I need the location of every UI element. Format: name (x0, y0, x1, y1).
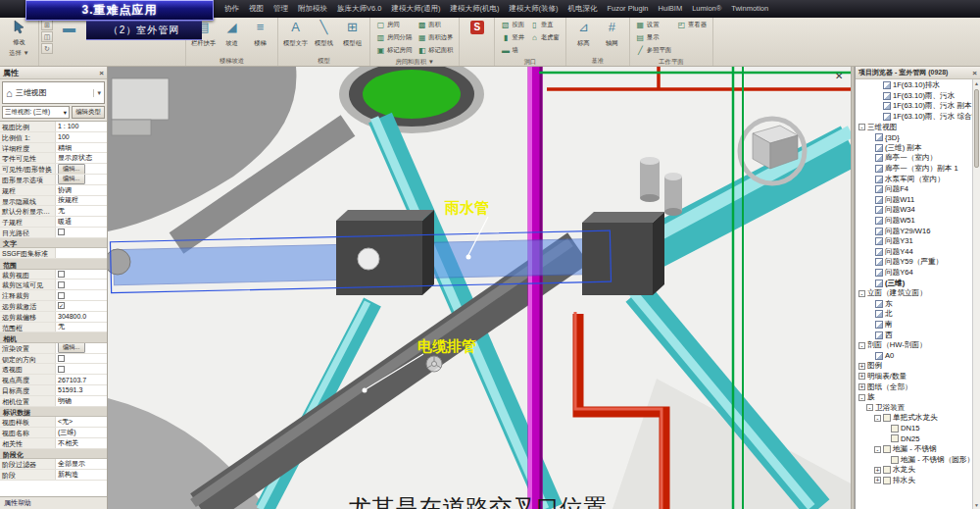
checkbox[interactable] (58, 366, 65, 373)
property-section[interactable]: 相机 (0, 332, 107, 343)
ribbon-button[interactable]: ▤显示 (633, 31, 662, 44)
view-close-icon[interactable]: ✕ (835, 71, 843, 81)
property-value[interactable]: ✓ (56, 301, 107, 311)
scroll-down-icon[interactable]: ▼ (974, 502, 979, 508)
ribbon-tab[interactable]: HuiBIM (654, 4, 688, 14)
tree-item[interactable]: 1F(63.10)雨、污水 副本 1 (856, 101, 980, 112)
tree-item[interactable]: 1F(63.10)排水 (856, 80, 980, 91)
ribbon-button[interactable]: A模型文字 (281, 19, 310, 49)
expand-icon[interactable]: - (874, 446, 881, 453)
ribbon-tab[interactable]: 建模大师(通用) (386, 4, 445, 14)
tree-item[interactable]: A0 (856, 350, 980, 361)
expand-icon[interactable]: - (858, 342, 865, 349)
ribbon-button[interactable]: ╱参照平面 (633, 44, 674, 57)
property-section[interactable]: 阶段化 (0, 449, 107, 460)
ribbon-button[interactable]: ▦设置 (633, 19, 662, 31)
property-value[interactable] (56, 248, 107, 258)
tree-item[interactable]: 问题Y31 (856, 236, 980, 247)
scrollbar[interactable]: ▲ ▼ (972, 79, 980, 509)
edit-type-button[interactable]: 编辑类型 (72, 106, 105, 119)
expand-icon[interactable]: - (874, 415, 881, 422)
tree-item[interactable]: -剖面（HW-剖面） (856, 340, 980, 351)
ribbon-button[interactable]: ≡楼梯 (246, 19, 274, 49)
tree-item[interactable]: 西 (856, 330, 980, 340)
close-icon[interactable]: × (99, 69, 104, 77)
close-icon[interactable]: × (972, 69, 977, 77)
tree-item[interactable]: -三维视图 (856, 122, 980, 132)
scroll-thumb[interactable] (974, 89, 979, 168)
checkbox[interactable] (58, 229, 65, 235)
property-value[interactable]: 1 : 100 (56, 122, 107, 131)
tree-item[interactable]: (三维) 副本 (856, 143, 980, 154)
checkbox[interactable]: ✓ (58, 302, 65, 309)
ribbon-button[interactable]: ▬墙 (498, 44, 520, 57)
tree-item[interactable]: 南 (856, 320, 980, 331)
property-value[interactable] (56, 280, 107, 289)
ribbon-button[interactable]: ⌂老虎窗 (527, 31, 563, 44)
tree-item[interactable]: 东 (856, 298, 980, 309)
property-value[interactable]: 明确 (56, 396, 107, 406)
checkbox[interactable] (58, 292, 65, 299)
select-panel-label[interactable]: 选择 ▼ (0, 48, 38, 58)
ribbon-tab[interactable]: 机电深化 (563, 4, 602, 14)
ribbon-button[interactable]: ▣标记房间 (373, 44, 415, 57)
tree-item[interactable]: 问题Y59（严重） (856, 257, 980, 268)
manhole-riser[interactable] (664, 173, 682, 216)
edit-button[interactable]: 编辑... (58, 164, 85, 174)
building-footprint[interactable] (112, 120, 151, 135)
property-value[interactable]: 无 (56, 323, 107, 332)
instance-selector[interactable]: 三维视图: (三维) ▾ (2, 106, 70, 119)
tree-item[interactable]: 问题W11 (856, 195, 980, 206)
property-value[interactable]: 精细 (56, 143, 107, 153)
drawing-area[interactable]: 雨水管 电缆排管 尤其是在道路交叉口位置 ✕ (108, 67, 851, 509)
checkbox[interactable] (58, 271, 65, 278)
tree-item[interactable]: 问题W34 (856, 205, 980, 216)
property-value[interactable] (56, 364, 107, 374)
property-value[interactable]: 编辑... (56, 175, 107, 184)
expand-icon[interactable]: + (858, 373, 865, 380)
tree-item[interactable]: 问题F4 (856, 184, 980, 195)
ribbon-button[interactable]: ◰查看器 (674, 19, 710, 31)
concrete-collar[interactable] (582, 223, 653, 295)
tree-item[interactable]: 水泵车间（室内） (856, 174, 980, 184)
expand-icon[interactable]: - (858, 394, 865, 401)
tree-item[interactable]: 问题Y29/W16 (856, 226, 980, 236)
ribbon-button[interactable]: ▮竖井 (498, 31, 527, 44)
ribbon-tab[interactable]: Fuzor Plugin (602, 4, 653, 14)
property-section[interactable]: 范围 (0, 259, 107, 270)
property-value[interactable]: 304800.0 (56, 312, 107, 322)
property-value[interactable]: 无 (56, 206, 107, 216)
tree-item[interactable]: -地漏 - 不锈钢 (856, 444, 980, 455)
checkbox[interactable] (58, 355, 65, 362)
property-value[interactable] (56, 354, 107, 364)
ribbon-button[interactable]: ▯垂直 (527, 19, 557, 31)
property-value[interactable]: 暖通 (56, 217, 107, 227)
property-value[interactable]: 按规程 (56, 196, 107, 206)
expand-icon[interactable]: + (858, 383, 865, 390)
expand-icon[interactable]: - (866, 404, 873, 411)
edit-button[interactable]: 编辑... (58, 175, 85, 184)
ribbon-tab[interactable]: 附加模块 (293, 4, 332, 14)
property-value[interactable]: <无> (56, 417, 107, 427)
property-value[interactable] (56, 228, 107, 237)
ribbon-tab[interactable]: 视图 (244, 4, 269, 14)
tree-item[interactable]: 问题Y64 (856, 268, 980, 279)
tree-item[interactable]: 1F(63.10)雨、污水 (856, 91, 980, 102)
tree-item[interactable]: -立面（建筑立面） (856, 288, 980, 299)
tree-item[interactable]: DN25 (856, 433, 980, 444)
property-value[interactable]: 100 (56, 132, 107, 142)
property-value[interactable]: 51591.3 (56, 385, 107, 395)
expand-icon[interactable]: - (858, 290, 865, 297)
ribbon-button[interactable]: ⊞模型组 (338, 19, 367, 49)
ribbon-button[interactable]: #轴网 (598, 19, 626, 49)
pipe-fitting-sphere[interactable] (358, 248, 379, 270)
property-value[interactable]: 267103.7 (56, 375, 107, 384)
tree-item[interactable]: {3D} (856, 132, 980, 143)
scroll-up-icon[interactable]: ▲ (974, 80, 979, 86)
ribbon-button[interactable]: ▢房间 (373, 19, 403, 31)
tree-item[interactable]: 问题W51 (856, 216, 980, 227)
ribbon-button[interactable]: ╲模型线 (310, 19, 338, 49)
tree-item[interactable]: 北 (856, 309, 980, 320)
expand-icon[interactable]: + (858, 363, 865, 370)
ribbon-tab[interactable]: 协作 (220, 4, 244, 14)
